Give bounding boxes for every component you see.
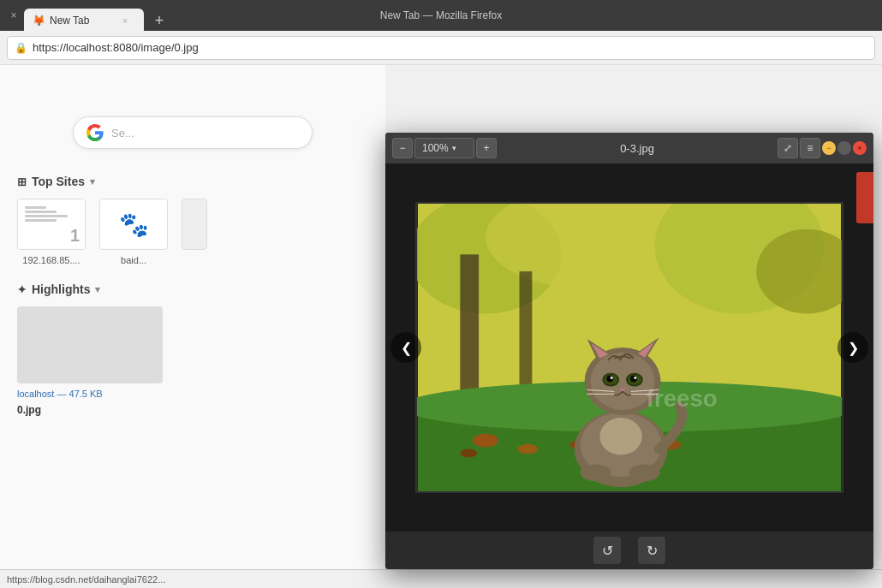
address-bar[interactable]: 🔒 https://localhost:8080/image/0.jpg (7, 36, 875, 60)
viewer-title: 0-3.jpg (500, 142, 774, 155)
top-sites-label: Top Sites (32, 175, 85, 188)
search-input[interactable]: Se... (111, 127, 300, 140)
address-value: https://localhost:8080/image/0.jpg (33, 41, 199, 54)
arrow-right-icon: ❯ (848, 340, 859, 356)
rotate-right-icon: ↻ (647, 543, 658, 559)
arrow-left-icon: ❮ (401, 340, 412, 356)
rotate-right-button[interactable]: ↻ (638, 537, 665, 564)
site-thumbnail-1: 1 (17, 199, 86, 250)
svg-point-29 (611, 377, 613, 379)
top-sites-chevron-icon: ▾ (90, 176, 95, 187)
statusbar: https://blog.csdn.net/daihanglai7622... (0, 569, 882, 588)
grid-icon: ⊞ (17, 175, 27, 188)
zoom-in-button[interactable]: + (476, 138, 497, 158)
google-logo-icon (86, 123, 104, 142)
viewer-bottombar: ↺ ↻ (385, 532, 873, 569)
minimize-button[interactable]: − (822, 141, 836, 155)
tab-title: New Tab (50, 15, 113, 27)
image-display: freeso (415, 202, 843, 493)
svg-point-20 (599, 418, 641, 454)
top-site-item-3[interactable] (182, 199, 207, 265)
highlights-section: ✦ Highlights ▾ localhost — 47.5 KB 0.jpg (0, 282, 385, 416)
svg-point-41 (629, 464, 660, 481)
right-edge-element (856, 172, 873, 223)
svg-point-12 (473, 434, 498, 448)
browser-close-btn[interactable]: × (7, 9, 21, 22)
newtab-page: Se... ⊞ Top Sites ▾ (0, 65, 385, 588)
viewer-toolbar-left: − 100% ▾ + (392, 138, 497, 158)
baidu-logo-icon: 🐾 (119, 211, 149, 239)
next-image-button[interactable]: ❯ (837, 332, 868, 363)
browser-titlebar: × 🦊 New Tab × + New Tab — Mozilla Firefo… (0, 0, 882, 31)
top-site-item-1[interactable]: 1 192.168.85.... (17, 199, 86, 265)
zoom-dropdown-icon: ▾ (452, 144, 456, 152)
active-tab[interactable]: 🦊 New Tab × (24, 9, 144, 33)
highlights-meta: localhost — 47.5 KB (17, 389, 368, 399)
status-url: https://blog.csdn.net/daihanglai7622... (7, 574, 165, 585)
previous-image-button[interactable]: ❮ (390, 332, 421, 363)
highlights-filename: 0.jpg (17, 404, 368, 416)
new-tab-button[interactable]: + (147, 9, 171, 33)
highlights-chevron-icon: ▾ (95, 284, 100, 295)
viewer-toolbar-right: ⤢ ≡ − × (778, 138, 867, 158)
zoom-value: 100% (422, 142, 449, 154)
image-viewer-window: − 100% ▾ + 0-3.jpg ⤢ ≡ − × ❮ (385, 133, 873, 569)
tab-bar: 🦊 New Tab × + (24, 0, 171, 31)
svg-point-22 (591, 353, 655, 410)
zoom-out-button[interactable]: − (392, 138, 413, 158)
zoom-display: 100% ▾ (414, 138, 474, 158)
svg-point-40 (581, 464, 611, 481)
site-number-1: 1 (70, 226, 80, 246)
search-box[interactable]: Se... (73, 116, 313, 149)
highlights-header: ✦ Highlights ▾ (17, 282, 368, 296)
top-sites-grid: 1 192.168.85.... 🐾 baid... (17, 199, 368, 265)
top-site-item-2[interactable]: 🐾 baid... (99, 199, 168, 265)
highlights-label: Highlights (32, 282, 90, 296)
site-label-2: baid... (99, 255, 168, 265)
search-area: Se... (0, 65, 385, 175)
svg-text:freeso: freeso (647, 385, 718, 412)
tab-favicon: 🦊 (33, 15, 45, 27)
rotate-left-button[interactable]: ↺ (593, 537, 621, 564)
top-sites-section: ⊞ Top Sites ▾ 1 192. (0, 175, 385, 282)
viewer-titlebar: − 100% ▾ + 0-3.jpg ⤢ ≡ − × (385, 133, 873, 163)
rotate-left-icon: ↺ (602, 543, 613, 559)
svg-point-13 (518, 444, 539, 454)
top-sites-header: ⊞ Top Sites ▾ (17, 175, 368, 188)
cat-image: freeso (417, 204, 842, 491)
maximize-button[interactable] (837, 141, 851, 155)
site-thumbnail-2: 🐾 (99, 199, 168, 250)
menu-button[interactable]: ≡ (800, 138, 820, 158)
highlights-item-1[interactable]: localhost — 47.5 KB 0.jpg (17, 306, 368, 416)
lock-icon: 🔒 (15, 42, 27, 54)
site-thumbnail-3 (182, 199, 207, 250)
fullscreen-button[interactable]: ⤢ (778, 138, 798, 158)
viewer-content: ❮ (385, 163, 873, 532)
svg-point-30 (634, 377, 636, 379)
tab-close-button[interactable]: × (118, 14, 132, 27)
highlights-thumbnail (17, 306, 163, 383)
highlights-icon: ✦ (17, 283, 27, 296)
close-button[interactable]: × (853, 141, 867, 155)
svg-point-16 (460, 449, 477, 458)
navbar: 🔒 https://localhost:8080/image/0.jpg (0, 31, 882, 65)
window-title: New Tab — Mozilla Firefox (380, 9, 503, 21)
site-label-1: 192.168.85.... (17, 255, 86, 265)
